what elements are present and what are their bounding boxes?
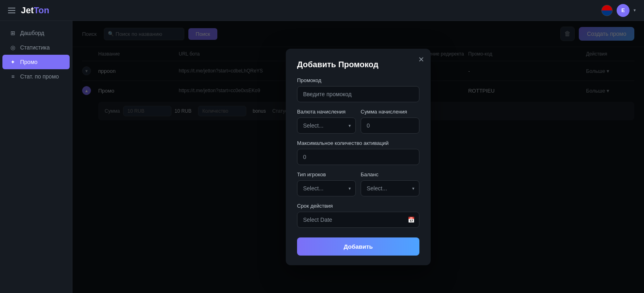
amount-label: Сумма начисления — [361, 109, 419, 115]
balance-group: Баланс Select... ▾ — [361, 171, 419, 196]
player-type-select-wrap: Select... ▾ — [297, 180, 356, 196]
language-flag[interactable] — [601, 5, 613, 16]
amount-input[interactable] — [361, 118, 419, 134]
navbar-left: JetTon — [8, 5, 49, 16]
validity-label: Срок действия — [297, 203, 419, 209]
modal-overlay[interactable]: ✕ Добавить Промокод Промокод Валюта начи… — [72, 21, 644, 293]
logo-ton: Ton — [34, 5, 50, 15]
currency-group: Валюта начисления Select... ▾ — [297, 109, 356, 134]
player-type-label: Тип игроков — [297, 171, 356, 177]
sidebar-item-promo[interactable]: ✦ Промо — [2, 55, 70, 69]
calendar-icon: 📅 — [408, 217, 415, 223]
promo-stats-icon: ≡ — [10, 73, 16, 80]
dashboard-icon: ⊞ — [10, 30, 16, 36]
currency-amount-row: Валюта начисления Select... ▾ Сумма начи… — [297, 109, 419, 134]
currency-label: Валюта начисления — [297, 109, 356, 115]
hamburger-icon[interactable] — [8, 8, 15, 13]
balance-select-wrap: Select... ▾ — [361, 180, 419, 196]
currency-select[interactable]: Select... — [297, 118, 356, 134]
sidebar-item-statistics[interactable]: ◎ Статистика — [2, 40, 70, 55]
player-balance-row: Тип игроков Select... ▾ Баланс Selec — [297, 171, 419, 196]
date-wrap: 📅 — [297, 212, 419, 228]
chevron-down-icon[interactable]: ▾ — [634, 8, 636, 13]
promo-code-group: Промокод — [297, 77, 419, 102]
validity-group: Срок действия 📅 — [297, 203, 419, 228]
sidebar-item-label: Дашборд — [20, 30, 44, 36]
promo-icon: ✦ — [10, 59, 16, 65]
sidebar: ⊞ Дашборд ◎ Статистика ✦ Промо ≡ Стат. п… — [0, 21, 72, 293]
player-type-select[interactable]: Select... — [297, 180, 356, 196]
date-input[interactable] — [297, 212, 419, 228]
submit-button[interactable]: Добавить — [297, 237, 419, 256]
sidebar-item-label: Промо — [20, 59, 37, 65]
max-activations-input[interactable] — [297, 149, 419, 165]
sidebar-item-dashboard[interactable]: ⊞ Дашборд — [2, 26, 70, 40]
sidebar-item-label: Статистика — [20, 44, 50, 51]
player-type-group: Тип игроков Select... ▾ — [297, 171, 356, 196]
sidebar-item-label: Стат. по промо — [20, 73, 59, 80]
logo-jet: Jet — [21, 5, 34, 15]
navbar: JetTon E ▾ — [0, 0, 644, 21]
modal-title: Добавить Промокод — [297, 60, 419, 69]
currency-select-wrap: Select... ▾ — [297, 118, 356, 134]
modal-close-button[interactable]: ✕ — [418, 55, 424, 64]
modal: ✕ Добавить Промокод Промокод Валюта начи… — [286, 49, 431, 265]
content: Поиск 🔍 Поиск 🗑 Создать промо Название U… — [72, 21, 644, 293]
amount-group: Сумма начисления — [361, 109, 419, 134]
balance-select[interactable]: Select... — [361, 180, 419, 196]
sidebar-item-promo-stats[interactable]: ≡ Стат. по промо — [2, 69, 70, 84]
balance-label: Баланс — [361, 171, 419, 177]
max-activations-group: Максимальное количество активаций — [297, 140, 419, 165]
avatar: E — [617, 4, 630, 17]
logo: JetTon — [21, 5, 49, 16]
promo-code-label: Промокод — [297, 77, 419, 83]
main-layout: ⊞ Дашборд ◎ Статистика ✦ Промо ≡ Стат. п… — [0, 21, 644, 293]
promo-code-input[interactable] — [297, 86, 419, 102]
navbar-right: E ▾ — [601, 4, 636, 17]
statistics-icon: ◎ — [10, 44, 16, 51]
max-activations-label: Максимальное количество активаций — [297, 140, 419, 146]
